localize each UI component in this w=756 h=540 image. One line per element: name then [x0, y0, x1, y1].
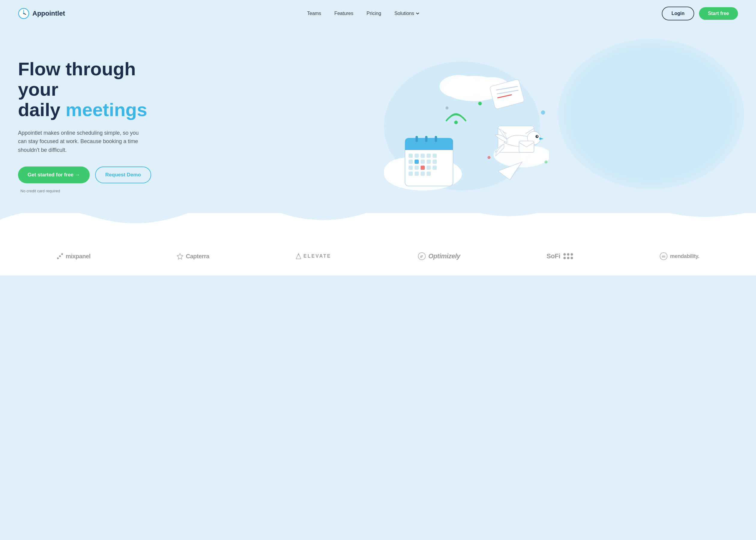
svg-rect-21 — [415, 154, 419, 158]
svg-point-55 — [57, 257, 59, 259]
login-button[interactable]: Login — [662, 7, 694, 20]
svg-point-39 — [454, 121, 458, 124]
navbar: Appointlet Teams Features Pricing Soluti… — [0, 0, 756, 27]
elevate-icon — [296, 253, 301, 259]
nav-item-teams[interactable]: Teams — [307, 11, 321, 16]
svg-rect-35 — [409, 172, 413, 176]
svg-rect-32 — [421, 166, 425, 170]
logo-icon — [18, 8, 29, 19]
start-free-button[interactable]: Start free — [699, 7, 738, 20]
logo-mixpanel: mixpanel — [57, 253, 91, 260]
svg-rect-23 — [427, 154, 431, 158]
logos-section: mixpanel Capterra ELEVATE ℯ Optimizely S… — [0, 237, 756, 275]
svg-rect-18 — [425, 136, 428, 142]
optimizely-icon: ℯ — [418, 252, 426, 260]
svg-point-64 — [567, 253, 569, 256]
capterra-text: Capterra — [186, 253, 209, 260]
nav-item-pricing[interactable]: Pricing — [367, 11, 381, 16]
svg-point-63 — [564, 253, 566, 256]
svg-point-57 — [61, 253, 63, 255]
nav-item-features[interactable]: Features — [334, 11, 353, 16]
svg-point-68 — [570, 257, 573, 259]
logo-capterra: Capterra — [177, 253, 209, 260]
svg-rect-36 — [415, 172, 419, 176]
svg-point-51 — [487, 156, 490, 159]
svg-rect-34 — [433, 166, 437, 170]
svg-rect-33 — [427, 166, 431, 170]
svg-rect-31 — [415, 166, 419, 170]
nav-item-solutions[interactable]: Solutions — [395, 11, 420, 16]
no-credit-card-note: No credit card required — [20, 189, 174, 193]
svg-point-67 — [567, 257, 569, 259]
chevron-down-icon — [416, 11, 420, 16]
svg-point-66 — [564, 257, 566, 259]
hero-title: Flow through your daily meetings — [18, 59, 174, 120]
svg-text:m: m — [662, 254, 665, 259]
hero-content: Flow through your daily meetings Appoint… — [18, 59, 174, 193]
svg-rect-49 — [519, 141, 534, 152]
svg-marker-58 — [177, 253, 183, 259]
capterra-icon — [177, 253, 183, 259]
svg-rect-25 — [409, 160, 413, 164]
svg-rect-38 — [427, 172, 431, 176]
svg-rect-24 — [433, 154, 437, 158]
hero-subtitle: Appointlet makes online scheduling simpl… — [18, 129, 147, 155]
svg-point-65 — [570, 253, 573, 256]
mixpanel-icon — [57, 253, 63, 259]
svg-rect-30 — [409, 166, 413, 170]
svg-rect-29 — [433, 160, 437, 164]
request-demo-button[interactable]: Request Demo — [95, 167, 151, 183]
svg-point-9 — [440, 75, 478, 98]
hero-svg — [363, 54, 549, 198]
nav-actions: Login Start free — [662, 7, 738, 20]
mixpanel-text: mixpanel — [66, 253, 91, 260]
clouds-wave — [0, 213, 756, 237]
svg-rect-20 — [409, 154, 413, 158]
hero-section: Flow through your daily meetings Appoint… — [0, 27, 756, 207]
svg-rect-16 — [405, 146, 453, 150]
svg-point-53 — [541, 110, 545, 115]
svg-point-56 — [59, 255, 61, 257]
logo-elevate: ELEVATE — [296, 253, 331, 259]
svg-point-52 — [445, 106, 448, 109]
logo-sofi: SoFi — [547, 252, 573, 260]
logo-link[interactable]: Appointlet — [18, 8, 65, 19]
mendability-icon: m — [660, 252, 668, 260]
svg-rect-37 — [421, 172, 425, 176]
svg-point-50 — [478, 102, 482, 105]
svg-rect-22 — [421, 154, 425, 158]
hero-buttons: Get started for free → Request Demo — [18, 167, 174, 183]
mendability-text: mendability. — [670, 253, 699, 259]
svg-rect-28 — [427, 160, 431, 164]
illustration-background — [558, 39, 744, 189]
sofi-text: SoFi — [547, 252, 561, 260]
svg-rect-26 — [415, 160, 419, 164]
optimizely-text: Optimizely — [429, 252, 460, 260]
logo-optimizely: ℯ Optimizely — [418, 252, 460, 260]
nav-links: Teams Features Pricing Solutions — [307, 11, 420, 16]
hero-illustration — [174, 51, 738, 201]
svg-rect-27 — [421, 160, 425, 164]
logo-text: Appointlet — [32, 10, 65, 17]
sofi-icon — [563, 253, 573, 260]
hero-title-highlight: meetings — [66, 99, 147, 120]
svg-text:ℯ: ℯ — [420, 254, 423, 259]
elevate-text: ELEVATE — [304, 253, 331, 259]
get-started-button[interactable]: Get started for free → — [18, 167, 90, 183]
svg-rect-19 — [435, 136, 437, 142]
svg-rect-17 — [416, 136, 418, 142]
logo-mendability: m mendability. — [660, 252, 699, 260]
svg-point-54 — [545, 161, 548, 164]
svg-point-48 — [537, 136, 538, 137]
